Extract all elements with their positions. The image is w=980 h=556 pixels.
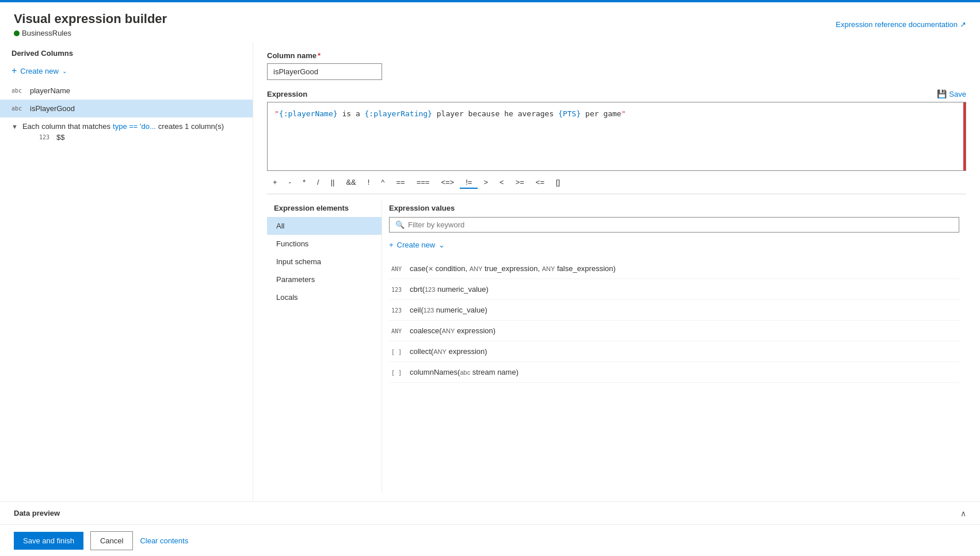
op-and[interactable]: &&	[340, 176, 361, 189]
page-title: Visual expression builder	[14, 12, 167, 26]
expr-ref-link[interactable]: Expression reference documentation ↗	[836, 20, 966, 29]
clear-contents-button[interactable]: Clear contents	[140, 536, 188, 545]
column-item-playername[interactable]: abc playerName	[0, 82, 253, 100]
col-name-label: Column name*	[267, 51, 966, 60]
expr-elem-all[interactable]: All	[267, 217, 382, 235]
func-collect[interactable]: [ ] collect(ANY expression)	[389, 341, 959, 362]
func-signature: columnNames(abc stream name)	[410, 368, 518, 376]
col-name-section: Column name*	[267, 51, 966, 80]
op-strict-eq[interactable]: ===	[411, 176, 436, 189]
op-lte[interactable]: <=	[530, 176, 550, 189]
expression-code: "{:playerName} is a {:playerRating} play…	[274, 108, 959, 120]
function-list: ANY case(✕ condition, ANY true_expressio…	[389, 258, 959, 383]
func-columnnames[interactable]: [ ] columnNames(abc stream name)	[389, 362, 959, 383]
expression-editor[interactable]: "{:playerName} is a {:playerRating} play…	[267, 102, 966, 171]
create-new-button[interactable]: + Create new ⌄	[0, 62, 253, 79]
expression-values-panel: Expression values 🔍 + Create new ⌄ ANY	[382, 199, 966, 492]
expr-elem-functions[interactable]: Functions	[267, 235, 382, 253]
filter-input-wrap: 🔍	[389, 217, 959, 233]
expression-elements-panel: Expression elements All Functions Input …	[267, 199, 382, 492]
error-indicator	[963, 102, 966, 170]
expand-icon[interactable]: ▼	[12, 123, 18, 130]
op-not[interactable]: !	[362, 176, 376, 189]
status-dot	[14, 31, 20, 36]
op-spaceship[interactable]: <=>	[435, 176, 460, 189]
func-ceil[interactable]: 123 ceil(123 numeric_value)	[389, 300, 959, 321]
type-badge: abc	[12, 87, 25, 94]
operators-bar: + - * / || && ! ^ == === <=> != > < >= <…	[267, 171, 966, 195]
op-multiply[interactable]: *	[297, 176, 311, 189]
each-column-row: ▼ Each column that matches type == 'do..…	[12, 122, 241, 131]
derived-columns-header: Derived Columns	[0, 42, 253, 62]
func-type-badge: 123	[391, 307, 405, 314]
bottom-panels: Expression elements All Functions Input …	[267, 199, 966, 492]
dollar-row: 123 $$	[12, 131, 241, 144]
save-button[interactable]: 💾 Save	[937, 89, 966, 98]
save-icon: 💾	[937, 89, 947, 98]
chevron-down-icon: ⌄	[438, 241, 445, 249]
column-name-input[interactable]	[267, 63, 382, 80]
filter-input[interactable]	[408, 220, 953, 229]
expr-elem-parameters[interactable]: Parameters	[267, 271, 382, 288]
search-icon: 🔍	[395, 220, 405, 229]
func-type-badge: [ ]	[391, 349, 405, 355]
main-layout: Derived Columns + Create new ⌄ abc playe…	[0, 42, 980, 501]
required-indicator: *	[318, 51, 321, 60]
expr-header: Expression 💾 Save	[267, 89, 966, 98]
func-type-badge: 123	[391, 287, 405, 293]
expr-elem-locals[interactable]: Locals	[267, 288, 382, 306]
op-or[interactable]: ||	[325, 176, 341, 189]
op-eq[interactable]: ==	[390, 176, 410, 189]
each-column-section: ▼ Each column that matches type == 'do..…	[0, 117, 253, 148]
expression-section: Expression 💾 Save "{:playerName} is a {:…	[267, 89, 966, 492]
op-gt[interactable]: >	[478, 176, 494, 189]
func-signature: coalesce(ANY expression)	[410, 326, 495, 335]
func-coalesce[interactable]: ANY coalesce(ANY expression)	[389, 321, 959, 341]
header: Visual expression builder BusinessRules …	[0, 2, 980, 42]
op-xor[interactable]: ^	[375, 176, 390, 189]
expr-string-open: "	[274, 109, 279, 118]
func-type-badge: [ ]	[391, 370, 405, 376]
plus-icon: +	[12, 66, 17, 76]
external-link-icon: ↗	[960, 20, 966, 29]
type-badge: abc	[12, 105, 25, 112]
chevron-down-icon: ⌄	[62, 68, 67, 74]
op-gte[interactable]: >=	[510, 176, 530, 189]
op-lt[interactable]: <	[494, 176, 510, 189]
save-and-finish-button[interactable]: Save and finish	[14, 532, 83, 550]
func-case[interactable]: ANY case(✕ condition, ANY true_expressio…	[389, 258, 959, 279]
func-type-badge: ANY	[391, 328, 405, 334]
op-bracket[interactable]: []	[550, 176, 566, 189]
dollar-type-badge: 123	[39, 134, 53, 140]
column-list: abc playerName abc isPlayerGood	[0, 82, 253, 117]
header-subtitle: BusinessRules	[14, 29, 167, 37]
footer: Save and finish Cancel Clear contents	[0, 524, 980, 556]
op-divide[interactable]: /	[311, 176, 325, 189]
op-minus[interactable]: -	[283, 176, 297, 189]
func-signature: ceil(123 numeric_value)	[410, 306, 487, 314]
expr-elem-input-schema[interactable]: Input schema	[267, 253, 382, 271]
type-link[interactable]: type == 'do...	[113, 122, 156, 131]
func-signature: collect(ANY expression)	[410, 347, 487, 356]
cancel-button[interactable]: Cancel	[90, 531, 133, 550]
expression-label: Expression	[267, 90, 307, 98]
func-type-badge: ANY	[391, 266, 405, 272]
left-panel: Derived Columns + Create new ⌄ abc playe…	[0, 42, 253, 501]
func-signature: cbrt(123 numeric_value)	[410, 285, 489, 294]
collapse-icon[interactable]: ∧	[960, 509, 966, 518]
create-new-expr-button[interactable]: + Create new ⌄	[389, 238, 959, 252]
data-preview-bar: Data preview ∧	[0, 501, 980, 524]
expr-elements-title: Expression elements	[267, 204, 382, 217]
op-neq[interactable]: !=	[460, 176, 478, 189]
data-preview-label: Data preview	[14, 509, 60, 517]
plus-icon: +	[389, 241, 394, 249]
column-item-isplayergood[interactable]: abc isPlayerGood	[0, 100, 253, 117]
op-plus[interactable]: +	[267, 176, 283, 189]
func-signature: case(✕ condition, ANY true_expression, A…	[410, 264, 616, 273]
header-subtitle-text: BusinessRules	[22, 29, 71, 37]
right-panel: Column name* Expression 💾 Save "{:player…	[253, 42, 980, 501]
expr-values-title: Expression values	[389, 204, 959, 212]
func-cbrt[interactable]: 123 cbrt(123 numeric_value)	[389, 279, 959, 300]
